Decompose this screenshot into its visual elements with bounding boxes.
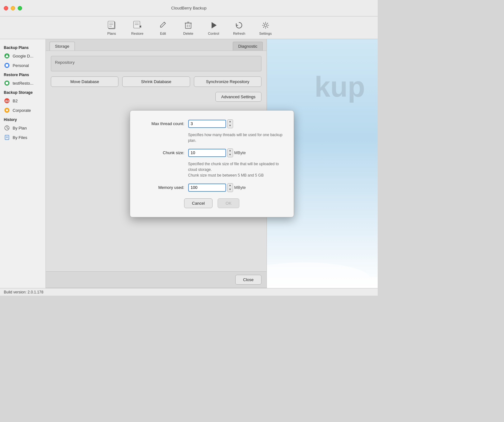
close-window-button[interactable] (4, 6, 8, 10)
minimize-window-button[interactable] (11, 6, 15, 10)
sidebar-section-history: History (0, 115, 45, 123)
toolbar-edit[interactable]: Edit (154, 18, 172, 37)
control-label: Control (208, 32, 219, 35)
by-files-label: By Files (13, 135, 27, 140)
memory-used-input[interactable] (188, 184, 226, 192)
corporate-label: Corporate (13, 108, 31, 113)
svg-rect-21 (6, 64, 8, 67)
max-thread-count-spinner: ▲ ▼ (227, 119, 233, 128)
max-thread-count-input-wrap: ▲ ▼ (188, 119, 233, 128)
toolbar-restore[interactable]: Restore (128, 18, 147, 37)
plans-label: Plans (107, 32, 116, 35)
toolbar-control[interactable]: Control (205, 18, 222, 37)
google-drive-icon (4, 53, 10, 59)
max-thread-count-down[interactable]: ▼ (228, 124, 233, 128)
toolbar-settings[interactable]: Settings (256, 18, 275, 37)
chunk-size-input[interactable] (188, 149, 226, 157)
edit-icon (158, 20, 168, 30)
settings-icon (261, 20, 271, 30)
chunk-size-down[interactable]: ▼ (228, 153, 233, 157)
title-bar: CloudBerry Backup (0, 0, 378, 16)
window-controls (4, 6, 22, 10)
sidebar-section-restore-plans: Restore Plans (0, 70, 45, 78)
modal-cancel-button[interactable]: Cancel (184, 198, 213, 208)
chunk-size-input-wrap: ▲ ▼ MByte (188, 148, 246, 157)
test-restore-label: testResto... (13, 81, 33, 86)
memory-used-row: Memory used: ▲ ▼ MByte (140, 183, 284, 192)
b2-icon: B2 (4, 98, 10, 104)
by-files-icon (4, 134, 10, 141)
corporate-icon (4, 107, 10, 113)
chunk-size-up[interactable]: ▲ (228, 149, 233, 153)
sidebar-item-test-restore[interactable]: testResto... (0, 78, 45, 88)
sidebar: Backup Plans Google D... Personal Restor… (0, 39, 46, 288)
max-thread-count-label: Max thread count: (140, 121, 184, 126)
refresh-icon (234, 20, 244, 30)
refresh-label: Refresh (233, 32, 245, 35)
toolbar-plans[interactable]: Plans (103, 18, 121, 37)
chunk-size-unit: MByte (234, 150, 246, 155)
personal-label: Personal (13, 63, 29, 68)
settings-label: Settings (259, 32, 272, 35)
chunk-size-spinner: ▲ ▼ (227, 148, 233, 157)
b2-label: B2 (13, 99, 18, 103)
sidebar-item-corporate[interactable]: Corporate (0, 106, 45, 115)
sidebar-item-by-plan[interactable]: By Plan (0, 123, 45, 133)
restore-label: Restore (131, 32, 144, 35)
svg-marker-17 (212, 22, 217, 28)
build-version: Build version: 2.0.1.178 (4, 290, 43, 294)
chunk-size-label: Chunk size: (140, 150, 184, 155)
toolbar-delete[interactable]: Delete (179, 18, 197, 37)
content-area: kup (46, 39, 378, 288)
memory-used-down[interactable]: ▼ (228, 188, 233, 192)
modal-ok-button: OK (218, 198, 239, 208)
modal-overlay: Max thread count: ▲ ▼ Specifies how many… (46, 39, 378, 288)
svg-text:B2: B2 (5, 99, 9, 103)
memory-used-spinner: ▲ ▼ (227, 183, 233, 192)
max-thread-count-input[interactable] (188, 120, 226, 128)
memory-used-up[interactable]: ▲ (228, 184, 233, 188)
test-restore-icon (4, 80, 10, 86)
modal-actions: Cancel OK (140, 198, 284, 208)
svg-point-18 (264, 24, 267, 27)
memory-used-label: Memory used: (140, 185, 184, 190)
memory-used-input-wrap: ▲ ▼ MByte (188, 183, 246, 192)
sidebar-item-personal[interactable]: Personal (0, 61, 45, 70)
delete-icon (183, 20, 193, 30)
sidebar-item-b2[interactable]: B2 B2 (0, 96, 45, 106)
delete-label: Delete (183, 32, 193, 35)
chunk-size-hint: Specified the chunk size of file that wi… (188, 161, 284, 178)
svg-rect-23 (6, 82, 8, 84)
sidebar-section-backup-plans: Backup Plans (0, 43, 45, 51)
svg-rect-29 (5, 135, 9, 140)
maximize-window-button[interactable] (18, 6, 22, 10)
app-title: CloudBerry Backup (171, 6, 207, 10)
sidebar-section-backup-storage: Backup Storage (0, 88, 45, 96)
control-icon (208, 20, 219, 30)
memory-used-unit: MByte (234, 185, 246, 190)
svg-point-27 (6, 109, 8, 111)
edit-label: Edit (160, 32, 166, 35)
max-thread-count-row: Max thread count: ▲ ▼ (140, 119, 284, 128)
toolbar: Plans Restore Edit (0, 16, 378, 39)
sidebar-item-by-files[interactable]: By Files (0, 133, 45, 142)
toolbar-refresh[interactable]: Refresh (230, 18, 249, 37)
svg-rect-12 (185, 23, 191, 28)
main-layout: Backup Plans Google D... Personal Restor… (0, 39, 378, 288)
advanced-settings-modal: Max thread count: ▲ ▼ Specifies how many… (130, 110, 294, 217)
max-thread-count-up[interactable]: ▲ (228, 120, 233, 124)
google-drive-label: Google D... (13, 54, 33, 58)
max-thread-count-hint: Specifies how many threads will be used … (188, 132, 284, 143)
personal-icon (4, 62, 10, 69)
chunk-size-row: Chunk size: ▲ ▼ MByte (140, 148, 284, 157)
by-plan-label: By Plan (13, 126, 27, 130)
by-plan-icon (4, 125, 10, 131)
plans-icon (107, 20, 117, 30)
status-bar: Build version: 2.0.1.178 (0, 288, 378, 296)
sidebar-item-google-drive[interactable]: Google D... (0, 51, 45, 61)
restore-icon (132, 20, 142, 30)
